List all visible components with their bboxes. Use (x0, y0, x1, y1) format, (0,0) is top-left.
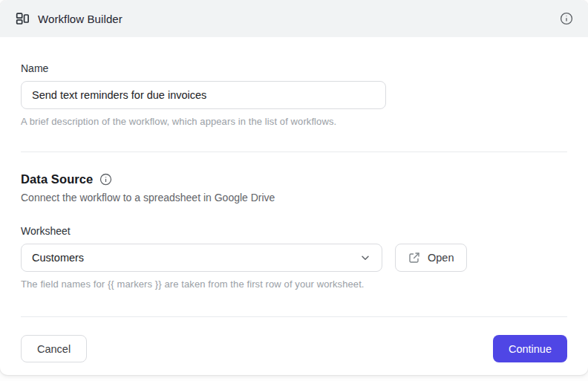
workflow-icon (15, 11, 30, 26)
open-button[interactable]: Open (395, 244, 467, 272)
page-title: Workflow Builder (38, 13, 560, 25)
footer-divider (21, 316, 567, 317)
name-input[interactable] (21, 81, 386, 109)
cancel-button[interactable]: Cancel (21, 335, 87, 362)
worksheet-row: Customers Open (21, 244, 567, 272)
info-icon[interactable] (560, 12, 573, 25)
name-section: Name A brief description of the workflow… (21, 37, 567, 127)
worksheet-label: Worksheet (21, 225, 567, 237)
external-link-icon (408, 252, 420, 264)
data-source-title: Data Source (21, 172, 93, 186)
footer: Cancel Continue (21, 335, 567, 362)
workflow-builder-card: Workflow Builder Name A brief descriptio… (0, 0, 588, 375)
card-body: Name A brief description of the workflow… (0, 37, 588, 375)
worksheet-select[interactable]: Customers (21, 244, 382, 272)
data-source-heading: Data Source (21, 172, 567, 186)
data-source-subtitle: Connect the workflow to a spreadsheet in… (21, 192, 567, 203)
worksheet-helper-text: The field names for {{ markers }} are ta… (21, 279, 567, 290)
info-icon[interactable] (99, 173, 112, 186)
name-label: Name (21, 62, 567, 74)
section-divider (21, 152, 567, 152)
open-button-label: Open (428, 252, 454, 264)
card-header: Workflow Builder (0, 0, 588, 37)
chevron-down-icon (359, 252, 371, 264)
worksheet-selected-value: Customers (32, 252, 359, 264)
name-helper-text: A brief description of the workflow, whi… (21, 116, 567, 127)
continue-button[interactable]: Continue (493, 335, 567, 362)
